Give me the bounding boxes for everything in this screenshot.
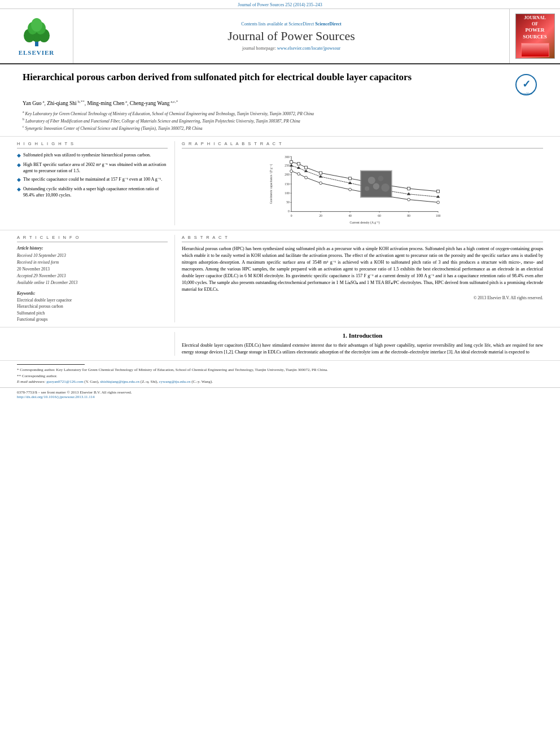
elsevier-brand-text: ELSEVIER: [19, 49, 55, 56]
svg-text:SEM: SEM: [374, 198, 379, 201]
svg-text:150: 150: [285, 182, 290, 186]
highlight-bullet-3: ◆: [17, 176, 21, 184]
author-3-sup: a: [124, 99, 127, 104]
article-info-column: A R T I C L E I N F O Article history: R…: [17, 235, 175, 322]
highlights-graphical-section: H I G H L I G H T S ◆ Sulfonated pitch w…: [0, 137, 560, 230]
svg-text:0: 0: [291, 215, 292, 218]
date-accepted: Accepted 29 November 2013: [17, 273, 168, 279]
keywords-label: Keywords:: [17, 291, 168, 296]
footnote-corresponding-1: * Corresponding author. Key Laboratory f…: [17, 367, 543, 373]
graphical-abstract-chart: 0 50 100 150 200 250 300 0: [182, 152, 543, 225]
highlight-item-1: ◆ Sulfonated pitch was utilized to synth…: [17, 152, 168, 159]
highlight-bullet-1: ◆: [17, 152, 21, 159]
footnote-divider: [17, 364, 85, 365]
affiliation-b: b Laboratory of Fiber Modification and F…: [23, 117, 537, 124]
svg-point-65: [368, 177, 375, 184]
svg-text:0: 0: [288, 209, 290, 213]
article-dates: Received 10 September 2013 Received in r…: [17, 252, 168, 286]
svg-text:✓: ✓: [522, 78, 531, 90]
introduction-text: Electrical double layer capacitors (EDLC…: [182, 342, 543, 356]
date-revised-label: Received in revised form: [17, 259, 168, 266]
svg-text:60: 60: [378, 215, 381, 218]
keyword-2: Hierarchical porous carbon: [17, 303, 168, 309]
doi-link[interactable]: http://dx.doi.org/10.1016/j.jpowsour.201…: [17, 395, 543, 399]
svg-marker-47: [290, 164, 294, 167]
journal-cover-area: JOURNAL OF POWER SOURCES: [509, 9, 560, 63]
highlight-item-2: ◆ High BET specific surface area of 2602…: [17, 161, 168, 174]
date-online: Available online 11 December 2013: [17, 279, 168, 286]
svg-text:100: 100: [436, 215, 441, 218]
crossmark-icon[interactable]: ✓ CrossMark: [515, 73, 537, 96]
email-link-3[interactable]: cywang@tju.edu.cn: [159, 379, 191, 384]
email-link-2[interactable]: shizhiqiang@tjpu.edu.cn: [100, 379, 139, 384]
journal-title: Journal of Power Sources: [228, 29, 355, 43]
journal-reference-text: Journal of Power Sources 252 (2014) 235–…: [238, 2, 322, 7]
footnote-corresponding-2: ** Corresponding author.: [17, 373, 543, 379]
affiliation-a: a Key Laboratory for Green Chemical Tech…: [23, 110, 537, 117]
keyword-3: Sulfonated pitch: [17, 310, 168, 316]
author-3: Ming-ming Chen: [88, 101, 125, 106]
author-1-sup: a: [42, 99, 45, 104]
author-4-sup: a,c,*: [169, 99, 178, 104]
graphical-abstract-column: G R A P H I C A L A B S T R A C T 0 50 1…: [175, 141, 543, 225]
highlight-text-4: Outstanding cyclic stability with a supe…: [23, 186, 168, 198]
svg-rect-42: [320, 172, 322, 174]
keywords-section: Keywords: Electrical double layer capaci…: [17, 291, 168, 322]
svg-rect-40: [298, 163, 300, 165]
svg-text:250: 250: [285, 164, 290, 167]
authors-line: Yan Guo a, Zhi-qiang Shi b,**, Ming-ming…: [23, 99, 537, 106]
article-info-label: A R T I C L E I N F O: [17, 235, 168, 242]
author-1: Yan Guo: [23, 101, 42, 106]
svg-text:CrossMark: CrossMark: [520, 92, 533, 95]
svg-point-67: [373, 183, 379, 189]
svg-point-59: [349, 188, 352, 191]
svg-rect-39: [290, 161, 293, 164]
abstract-text: Hierarchical porous carbon (HPC) has bee…: [182, 246, 543, 293]
intro-right-col: 1. Introduction Electrical double layer …: [175, 332, 543, 356]
svg-point-62: [437, 201, 440, 204]
introduction-heading: 1. Introduction: [182, 332, 543, 339]
email-links[interactable]: guoyan0721@126.com: [46, 379, 83, 384]
svg-text:200: 200: [285, 173, 290, 176]
svg-rect-43: [349, 177, 352, 180]
svg-text:40: 40: [348, 215, 352, 218]
svg-point-57: [305, 176, 308, 179]
highlights-list: ◆ Sulfonated pitch was utilized to synth…: [17, 152, 168, 198]
intro-left-col: [17, 332, 175, 356]
highlights-label: H I G H L I G H T S: [17, 141, 168, 148]
keyword-1: Electrical double layer capacitor: [17, 297, 168, 303]
article-history: Article history: Received 10 September 2…: [17, 246, 168, 286]
svg-marker-49: [304, 169, 308, 172]
article-info-abstract-section: A R T I C L E I N F O Article history: R…: [0, 230, 560, 327]
article-history-label: Article history:: [17, 246, 168, 251]
article-title: Hierarchical porous carbon derived from …: [23, 71, 509, 84]
abstract-copyright: © 2013 Elsevier B.V. All rights reserved…: [182, 295, 543, 300]
keywords-list: Electrical double layer capacitor Hierar…: [17, 297, 168, 322]
abstract-label: A B S T R A C T: [182, 235, 543, 242]
elsevier-tree-icon: [17, 17, 56, 48]
svg-marker-54: [436, 195, 440, 198]
svg-rect-41: [305, 166, 308, 169]
sciencedirect-link[interactable]: Contents lists available at ScienceDirec…: [241, 21, 341, 27]
journal-cover-image: JOURNAL OF POWER SOURCES: [515, 14, 555, 59]
svg-point-58: [320, 182, 322, 185]
issn-text: 0378-7753/$ – see front matter © 2013 El…: [17, 390, 543, 395]
date-received: Received 10 September 2013: [17, 252, 168, 259]
homepage-link[interactable]: www.elsevier.com/locate/jpowsour: [277, 46, 340, 51]
bottom-bar: 0378-7753/$ – see front matter © 2013 El…: [0, 387, 560, 401]
elsevier-logo-area: ELSEVIER: [0, 9, 73, 63]
svg-text:Current density (A g⁻¹): Current density (A g⁻¹): [350, 221, 380, 225]
author-4: Cheng-yang Wang: [130, 101, 170, 106]
svg-text:20: 20: [319, 215, 322, 218]
journal-header: ELSEVIER Contents lists available at Sci…: [0, 9, 560, 64]
affiliation-c: c Synergetic Innovation Center of Chemic…: [23, 124, 537, 132]
svg-point-69: [381, 184, 390, 192]
graphical-abstract-label: G R A P H I C A L A B S T R A C T: [182, 141, 543, 148]
svg-text:300: 300: [285, 156, 290, 159]
highlight-bullet-4: ◆: [17, 186, 21, 198]
elsevier-logo: ELSEVIER: [17, 17, 56, 56]
svg-rect-45: [408, 187, 410, 190]
footnote-area: * Corresponding author. Key Laboratory f…: [0, 360, 560, 387]
svg-point-66: [378, 176, 384, 181]
article-title-area: Hierarchical porous carbon derived from …: [0, 64, 560, 137]
